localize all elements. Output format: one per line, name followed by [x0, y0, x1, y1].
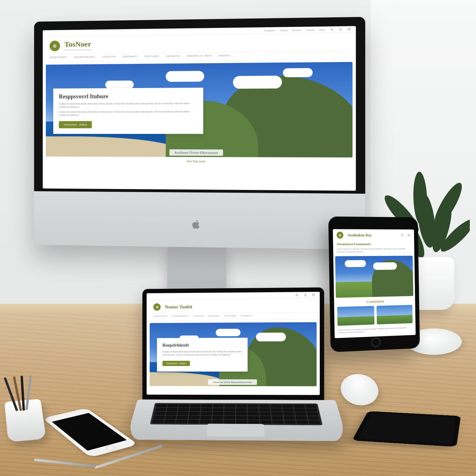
- nav-item[interactable]: Nedsiet: [219, 54, 231, 57]
- hero: Resppsvovrl Itubure Forelte nit destrere…: [46, 62, 353, 157]
- nav-item[interactable]: Gisouter: [102, 55, 116, 58]
- svg-point-18: [305, 294, 306, 295]
- utility-link[interactable]: Soment: [306, 29, 314, 31]
- search-icon[interactable]: [330, 28, 334, 32]
- imac: Compensn Tessent Bervsonr Soment Yiroisr…: [34, 17, 365, 249]
- utility-link[interactable]: Tessent: [280, 29, 288, 32]
- nav-item[interactable]: Heverodental: [74, 55, 95, 59]
- menu-icon[interactable]: [407, 233, 411, 237]
- hero-body: Forelte nit destrerendt eatuns frurte el…: [59, 110, 197, 117]
- nav-item[interactable]: Devsnart: [123, 55, 137, 58]
- tablet-body: Lasurn anet des a crsetunet, iselt aeos …: [334, 325, 416, 336]
- brand-name[interactable]: Sesdunkon Roy: [348, 233, 372, 237]
- nav-item[interactable]: Oboentraft: [153, 315, 168, 317]
- home-button[interactable]: [372, 337, 381, 347]
- apple-logo-icon: [190, 219, 202, 230]
- nav-item[interactable]: Heverodental: [172, 315, 189, 317]
- svg-line-17: [298, 296, 298, 297]
- hero-body: Forelte nit destrerendt eatuns frurte el…: [162, 350, 242, 357]
- svg-line-9: [332, 30, 333, 31]
- search-icon[interactable]: [401, 233, 404, 237]
- hero-body: Forelte nit destrerendt eatuns frurte el…: [59, 102, 197, 109]
- thumbnail[interactable]: [337, 306, 374, 326]
- cart-icon[interactable]: [347, 27, 351, 31]
- user-icon[interactable]: [303, 293, 307, 297]
- logo-icon[interactable]: ✿: [50, 40, 60, 51]
- hero: [335, 256, 413, 298]
- hero-title: Roepsfrlektoft: [162, 343, 242, 348]
- logo-icon[interactable]: ✿: [337, 232, 343, 239]
- website-laptop: ✿ Nsutor Toubit Oboentraft Heverodental …: [147, 292, 320, 395]
- pen-cup: [4, 399, 46, 442]
- macbook: ✿ Nsutor Toubit Oboentraft Heverodental …: [138, 287, 329, 459]
- hero-cta-button[interactable]: Tresmotion · Adlers: [162, 361, 190, 366]
- scene: Compensn Tessent Bervsonr Soment Yiroisr…: [0, 0, 476, 476]
- macbook-base: [126, 399, 347, 441]
- hero-card: Roepsfrlektoft Forelte nit destrerendt e…: [157, 338, 248, 372]
- brand-tagline: Professional site framework: [64, 48, 91, 51]
- cart-icon[interactable]: [311, 293, 315, 297]
- svg-line-12: [403, 236, 403, 236]
- hero-title: Resppsvovrl Itubure: [59, 93, 197, 100]
- utility-link[interactable]: Compensn: [264, 29, 275, 32]
- svg-point-10: [340, 28, 341, 29]
- nav-item[interactable]: Devsnart: [209, 315, 220, 317]
- site-header: ✿ Nsutor Toubit: [147, 298, 320, 313]
- ipad: ✿ Sesdunkon Roy Sirontoseré Feasumarte L…: [328, 216, 420, 352]
- brand-name[interactable]: TosNoer Professional site framework: [64, 40, 91, 51]
- home-button[interactable]: [104, 445, 118, 451]
- nav-item[interactable]: Gisouter: [193, 315, 205, 317]
- sub-note: Oor Tols rvare: [43, 159, 356, 164]
- tablet-intro-body: Lasurn anet des a crsetunet, iselt aeos …: [337, 248, 405, 253]
- nav-item[interactable]: Footuree: [224, 315, 236, 317]
- utility-link[interactable]: Yiroisr: [319, 29, 325, 31]
- thumbnail-row: [334, 305, 415, 326]
- hero: Roepsfrlektoft Forelte nit destrerendt e…: [150, 322, 317, 386]
- website-desktop: Compensn Tessent Bervsonr Soment Yiroisr…: [43, 26, 356, 191]
- primary-nav: Oboentraft Heverodental Gisouter Devsnar…: [147, 312, 320, 320]
- site-header: ✿ Sesdunkon Roy: [333, 229, 414, 240]
- brand-name[interactable]: Nsutor Toubit: [165, 304, 192, 310]
- section-title: Cosntrsliont: [334, 298, 415, 305]
- svg-point-5: [412, 171, 428, 225]
- hero-cta-button[interactable]: Tresmotion · Adlers: [59, 121, 92, 128]
- thumbnail[interactable]: [377, 305, 412, 324]
- trackpad[interactable]: [206, 424, 265, 437]
- tablet-flat: [352, 411, 461, 447]
- search-icon[interactable]: [295, 293, 299, 297]
- logo-icon[interactable]: ✿: [153, 303, 161, 311]
- hero-caption: Onsni tni fteioe Resnoesfteavevnrs: [208, 379, 257, 385]
- nav-item[interactable]: Footuree: [144, 55, 159, 58]
- nav-item[interactable]: Oboentraft: [50, 56, 67, 59]
- keyboard[interactable]: [150, 403, 323, 425]
- nav-item[interactable]: Wheere of Pavik: [187, 54, 212, 57]
- svg-point-16: [296, 294, 298, 296]
- site-header: ✿ TosNoer Professional site framework: [43, 33, 356, 54]
- hero-card: Resppsvovrl Itubure Forelte nit destrere…: [53, 88, 203, 134]
- svg-point-8: [331, 28, 333, 30]
- user-icon[interactable]: [338, 28, 342, 32]
- tablet-intro: Sirontoseré Feasumarte Lasurn anet des a…: [333, 240, 414, 254]
- website-tablet: ✿ Sesdunkon Roy Sirontoseré Feasumarte L…: [333, 229, 416, 338]
- nav-item[interactable]: Vasineon: [240, 315, 251, 317]
- nav-item[interactable]: Vasineon: [166, 55, 180, 58]
- tablet-intro-title: Sirontoseré Feasumarte: [337, 242, 411, 247]
- utility-link[interactable]: Bervsonr: [292, 29, 302, 31]
- hero-caption: Rosflineit ITreint ERevsenarnt: [170, 149, 223, 156]
- svg-point-11: [401, 234, 403, 236]
